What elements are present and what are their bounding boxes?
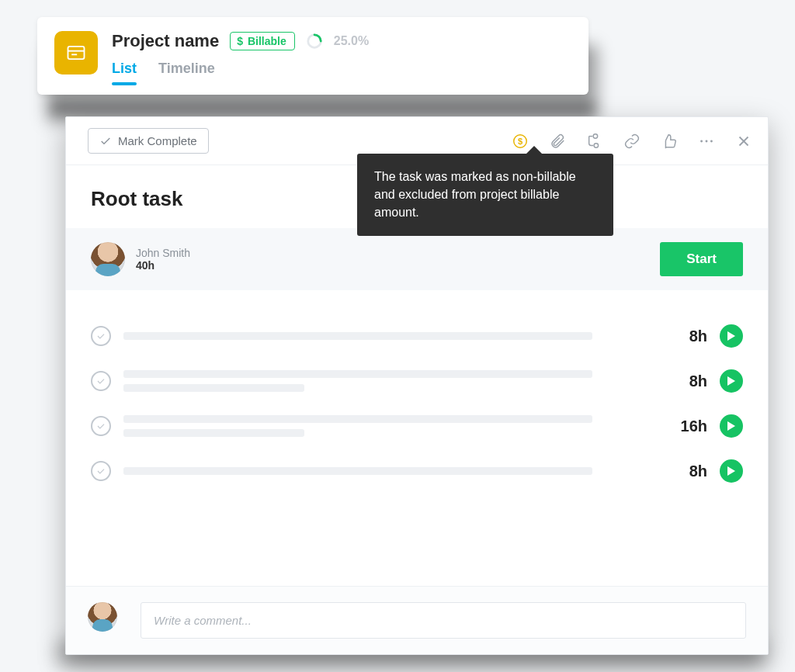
subtask-hours: 8h bbox=[668, 327, 707, 345]
subtask-row[interactable]: 8h bbox=[91, 324, 743, 348]
billable-tooltip: The task was marked as non-billable and … bbox=[357, 154, 613, 236]
svg-point-8 bbox=[593, 133, 598, 138]
tab-timeline[interactable]: Timeline bbox=[158, 61, 215, 85]
comment-input[interactable] bbox=[141, 602, 746, 639]
subtask-placeholder bbox=[123, 370, 656, 392]
start-timer-button[interactable]: Start bbox=[660, 242, 743, 276]
svg-point-11 bbox=[710, 140, 713, 142]
svg-point-7 bbox=[594, 143, 599, 147]
link-icon[interactable] bbox=[623, 133, 641, 150]
assignee-bar: John Smith 40h Start bbox=[66, 228, 768, 290]
attachment-icon[interactable] bbox=[549, 133, 566, 150]
mark-complete-label: Mark Complete bbox=[118, 134, 197, 147]
subtask-play-button[interactable] bbox=[720, 459, 743, 483]
mark-complete-button[interactable]: Mark Complete bbox=[88, 128, 209, 154]
assignee-name: John Smith bbox=[136, 247, 190, 259]
tab-list[interactable]: List bbox=[112, 61, 137, 85]
subtask-check-icon[interactable] bbox=[91, 326, 111, 346]
project-header-card: Project name $ Billable 25.0% List Timel… bbox=[37, 17, 588, 95]
subtask-check-icon[interactable] bbox=[91, 416, 111, 436]
subtask-placeholder bbox=[123, 332, 656, 340]
subtask-play-button[interactable] bbox=[720, 324, 743, 348]
subtask-play-button[interactable] bbox=[720, 414, 743, 438]
commenter-avatar[interactable] bbox=[88, 602, 117, 632]
subtask-hours: 8h bbox=[668, 372, 707, 390]
svg-marker-16 bbox=[727, 421, 735, 431]
subtask-row[interactable]: 8h bbox=[91, 459, 743, 483]
svg-marker-14 bbox=[727, 331, 735, 341]
comment-area bbox=[66, 586, 768, 654]
progress-ring-icon bbox=[306, 33, 323, 50]
svg-point-9 bbox=[700, 140, 703, 142]
svg-marker-15 bbox=[727, 376, 735, 386]
subtask-hours: 8h bbox=[668, 462, 707, 480]
like-icon[interactable] bbox=[661, 133, 678, 150]
subtask-placeholder bbox=[123, 467, 656, 475]
project-tabs: List Timeline bbox=[112, 61, 571, 85]
subtask-play-button[interactable] bbox=[720, 369, 743, 393]
svg-point-10 bbox=[706, 140, 708, 142]
subtask-list: 8h 8h 16h bbox=[91, 324, 743, 483]
billable-badge[interactable]: $ Billable bbox=[230, 32, 295, 50]
subtask-check-icon[interactable] bbox=[91, 371, 111, 391]
subtask-hours: 16h bbox=[668, 417, 707, 435]
dollar-icon: $ bbox=[237, 35, 243, 47]
project-title: Project name bbox=[112, 31, 219, 51]
progress-text: 25.0% bbox=[334, 34, 369, 48]
billable-label: Billable bbox=[248, 35, 286, 47]
svg-rect-0 bbox=[68, 47, 85, 59]
close-icon[interactable] bbox=[735, 133, 752, 150]
svg-text:$: $ bbox=[518, 136, 522, 145]
subtask-row[interactable]: 8h bbox=[91, 369, 743, 393]
assignee-hours: 40h bbox=[136, 259, 190, 272]
subtask-tree-icon[interactable] bbox=[586, 133, 603, 150]
project-icon bbox=[54, 31, 98, 74]
subtask-check-icon[interactable] bbox=[91, 461, 111, 481]
more-icon[interactable] bbox=[698, 133, 715, 150]
subtask-placeholder bbox=[123, 415, 656, 437]
assignee-avatar[interactable] bbox=[91, 242, 125, 276]
svg-marker-17 bbox=[727, 466, 735, 476]
subtask-row[interactable]: 16h bbox=[91, 414, 743, 438]
